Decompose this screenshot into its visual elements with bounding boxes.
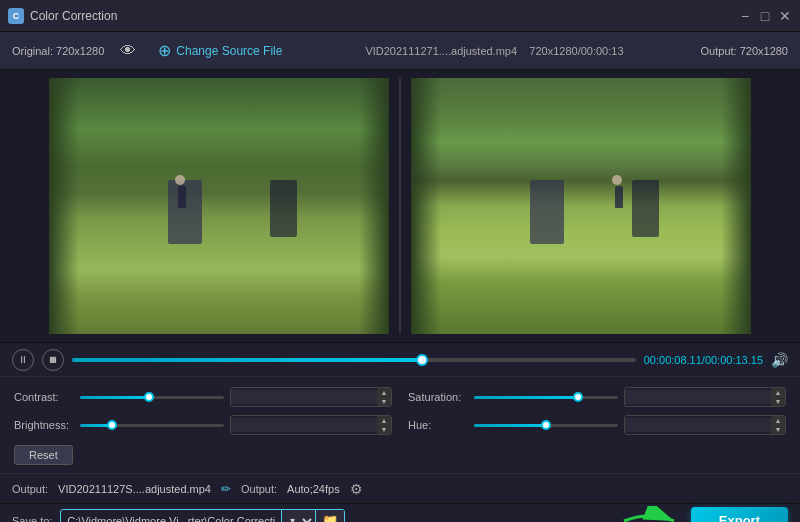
save-path-input[interactable] bbox=[61, 515, 281, 523]
hue-spin-up[interactable]: ▲ bbox=[771, 416, 785, 425]
brightness-label: Brightness: bbox=[14, 419, 74, 431]
output-fps-label: Output: bbox=[241, 483, 277, 495]
hue-input[interactable]: 0 bbox=[625, 418, 771, 432]
playback-bar: ⏸ ⏹ 00:00:08.11/00:00:13.15 🔊 bbox=[0, 342, 800, 376]
plus-circle-icon: ⊕ bbox=[158, 41, 171, 60]
saturation-thumb[interactable] bbox=[573, 392, 583, 402]
minimize-button[interactable]: − bbox=[738, 9, 752, 23]
contrast-spin-down[interactable]: ▼ bbox=[377, 397, 391, 406]
maximize-button[interactable]: □ bbox=[758, 9, 772, 23]
hue-spin-down[interactable]: ▼ bbox=[771, 425, 785, 434]
brightness-input[interactable]: -58 bbox=[231, 418, 377, 432]
reset-button[interactable]: Reset bbox=[14, 445, 73, 465]
pause-icon: ⏸ bbox=[18, 354, 28, 365]
hue-spinner: ▲ ▼ bbox=[771, 416, 785, 434]
hue-fill bbox=[474, 424, 546, 427]
title-bar: C Color Correction − □ ✕ bbox=[0, 0, 800, 32]
window-controls: − □ ✕ bbox=[738, 9, 792, 23]
brightness-spinner: ▲ ▼ bbox=[377, 416, 391, 434]
brightness-thumb[interactable] bbox=[107, 420, 117, 430]
volume-icon[interactable]: 🔊 bbox=[771, 352, 788, 368]
settings-icon[interactable]: ⚙ bbox=[350, 481, 363, 497]
contrast-input[interactable]: 11 bbox=[231, 390, 377, 404]
pause-button[interactable]: ⏸ bbox=[12, 349, 34, 371]
output-resolution-label: Output: 720x1280 bbox=[701, 45, 788, 57]
contrast-value-wrap: 11 ▲ ▼ bbox=[230, 387, 392, 407]
output-file-label: Output: bbox=[12, 483, 48, 495]
save-bar: Save to: ▾ 📁 Export bbox=[0, 503, 800, 522]
timeline-track[interactable] bbox=[72, 358, 636, 362]
timeline-thumb[interactable] bbox=[416, 354, 428, 366]
output-info-bar: Output: VID20211127S....adjusted.mp4 ✏ O… bbox=[0, 473, 800, 503]
contrast-fill bbox=[80, 396, 149, 399]
controls-area: Contrast: 11 ▲ ▼ Saturation: bbox=[0, 376, 800, 473]
timeline-progress bbox=[72, 358, 422, 362]
original-video-thumbnail bbox=[49, 78, 389, 334]
output-fps-value: Auto;24fps bbox=[287, 483, 340, 495]
output-video-thumbnail bbox=[411, 78, 751, 334]
saturation-group: Saturation: 55 ▲ ▼ bbox=[408, 387, 786, 407]
contrast-label: Contrast: bbox=[14, 391, 74, 403]
hue-group: Hue: 0 ▲ ▼ bbox=[408, 415, 786, 435]
saturation-spin-up[interactable]: ▲ bbox=[771, 388, 785, 397]
bottom-sliders-row: Brightness: -58 ▲ ▼ Hue: bbox=[14, 415, 786, 435]
output-preview-panel bbox=[411, 78, 751, 334]
hue-value-wrap: 0 ▲ ▼ bbox=[624, 415, 786, 435]
preview-area bbox=[0, 70, 800, 342]
brightness-spin-up[interactable]: ▲ bbox=[377, 416, 391, 425]
saturation-value-wrap: 55 ▲ ▼ bbox=[624, 387, 786, 407]
folder-icon: 📁 bbox=[322, 513, 338, 522]
saturation-spin-down[interactable]: ▼ bbox=[771, 397, 785, 406]
app-title: Color Correction bbox=[30, 9, 738, 23]
hue-label: Hue: bbox=[408, 419, 468, 431]
saturation-slider[interactable] bbox=[474, 396, 618, 399]
export-button[interactable]: Export bbox=[691, 507, 788, 522]
saturation-fill bbox=[474, 396, 578, 399]
app-icon: C bbox=[8, 8, 24, 24]
contrast-spin-up[interactable]: ▲ bbox=[377, 388, 391, 397]
save-path-wrap: ▾ 📁 bbox=[60, 509, 345, 523]
contrast-group: Contrast: 11 ▲ ▼ bbox=[14, 387, 392, 407]
top-toolbar: Original: 720x1280 👁 ⊕ Change Source Fil… bbox=[0, 32, 800, 70]
top-sliders-row: Contrast: 11 ▲ ▼ Saturation: bbox=[14, 387, 786, 407]
output-filename: VID20211127S....adjusted.mp4 bbox=[58, 483, 211, 495]
time-display: 00:00:08.11/00:00:13.15 bbox=[644, 354, 763, 366]
saturation-spinner: ▲ ▼ bbox=[771, 388, 785, 406]
contrast-slider[interactable] bbox=[80, 396, 224, 399]
contrast-spinner: ▲ ▼ bbox=[377, 388, 391, 406]
brightness-slider[interactable] bbox=[80, 424, 224, 427]
save-to-label: Save to: bbox=[12, 515, 52, 523]
filename-text: VID202111271....adjusted.mp4 bbox=[365, 45, 517, 57]
hue-slider[interactable] bbox=[474, 424, 618, 427]
edit-filename-icon[interactable]: ✏ bbox=[221, 482, 231, 496]
close-button[interactable]: ✕ bbox=[778, 9, 792, 23]
original-preview-panel bbox=[49, 78, 389, 334]
browse-folder-button[interactable]: 📁 bbox=[315, 510, 344, 523]
contrast-thumb[interactable] bbox=[144, 392, 154, 402]
change-source-button[interactable]: ⊕ Change Source File bbox=[152, 38, 288, 63]
stop-button[interactable]: ⏹ bbox=[42, 349, 64, 371]
file-dimensions-text: 720x1280/00:00:13 bbox=[529, 45, 623, 57]
brightness-value-wrap: -58 ▲ ▼ bbox=[230, 415, 392, 435]
eye-icon[interactable]: 👁 bbox=[120, 42, 136, 60]
brightness-group: Brightness: -58 ▲ ▼ bbox=[14, 415, 392, 435]
original-resolution-label: Original: 720x1280 bbox=[12, 45, 104, 57]
saturation-input[interactable]: 55 bbox=[625, 390, 771, 404]
hue-thumb[interactable] bbox=[541, 420, 551, 430]
export-arrow-indicator bbox=[619, 506, 679, 523]
brightness-spin-down[interactable]: ▼ bbox=[377, 425, 391, 434]
file-info: VID202111271....adjusted.mp4 720x1280/00… bbox=[304, 45, 684, 57]
saturation-label: Saturation: bbox=[408, 391, 468, 403]
stop-icon: ⏹ bbox=[48, 354, 58, 365]
preview-divider bbox=[399, 78, 401, 334]
save-path-dropdown[interactable]: ▾ bbox=[281, 510, 315, 523]
